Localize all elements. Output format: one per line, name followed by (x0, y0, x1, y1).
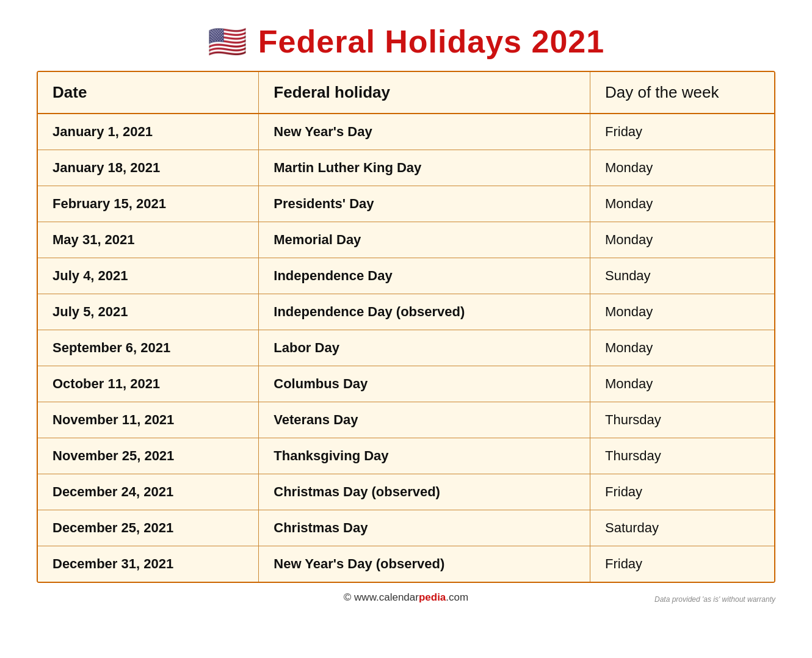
col-header-day: Day of the week (590, 72, 774, 114)
table-row: November 25, 2021Thanksgiving DayThursda… (38, 438, 774, 474)
cell-holiday: Christmas Day (259, 510, 590, 546)
page-title: Federal Holidays 2021 (258, 23, 604, 60)
cell-holiday: Independence Day (259, 258, 590, 294)
cell-holiday: Presidents' Day (259, 186, 590, 222)
table-row: January 18, 2021Martin Luther King DayMo… (38, 150, 774, 186)
cell-date: November 25, 2021 (38, 438, 259, 474)
cell-day: Monday (590, 150, 774, 186)
footer-site-end: .com (446, 591, 468, 603)
cell-holiday: Thanksgiving Day (259, 438, 590, 474)
holidays-table-wrapper: Date Federal holiday Day of the week Jan… (37, 71, 775, 583)
cell-day: Monday (590, 366, 774, 402)
table-row: December 24, 2021Christmas Day (observed… (38, 474, 774, 510)
flag-icon: 🇺🇸 (208, 26, 247, 57)
table-row: July 4, 2021Independence DaySunday (38, 258, 774, 294)
footer-site-bold: pedia (419, 591, 446, 603)
cell-date: September 6, 2021 (38, 330, 259, 366)
cell-holiday: Christmas Day (observed) (259, 474, 590, 510)
table-row: December 31, 2021New Year's Day (observe… (38, 546, 774, 582)
col-header-date: Date (38, 72, 259, 114)
table-row: January 1, 2021New Year's DayFriday (38, 114, 774, 150)
cell-holiday: Memorial Day (259, 222, 590, 258)
cell-holiday: New Year's Day (259, 114, 590, 150)
table-row: July 5, 2021Independence Day (observed)M… (38, 294, 774, 330)
cell-day: Saturday (590, 510, 774, 546)
cell-holiday: Veterans Day (259, 402, 590, 438)
table-row: November 11, 2021Veterans DayThursday (38, 402, 774, 438)
cell-date: July 4, 2021 (38, 258, 259, 294)
cell-date: May 31, 2021 (38, 222, 259, 258)
cell-date: December 25, 2021 (38, 510, 259, 546)
table-row: December 25, 2021Christmas DaySaturday (38, 510, 774, 546)
cell-day: Monday (590, 222, 774, 258)
cell-date: July 5, 2021 (38, 294, 259, 330)
cell-holiday: Martin Luther King Day (259, 150, 590, 186)
cell-date: December 24, 2021 (38, 474, 259, 510)
table-body: January 1, 2021New Year's DayFridayJanua… (38, 114, 774, 582)
cell-day: Monday (590, 330, 774, 366)
cell-date: November 11, 2021 (38, 402, 259, 438)
table-row: May 31, 2021Memorial DayMonday (38, 222, 774, 258)
cell-holiday: Labor Day (259, 330, 590, 366)
page-footer: © www.calendarpedia.com Data provided 'a… (31, 583, 781, 607)
footer-copyright: © www.calendarpedia.com (344, 591, 468, 604)
page-header: 🇺🇸 Federal Holidays 2021 (31, 12, 781, 71)
cell-day: Thursday (590, 438, 774, 474)
table-header-row: Date Federal holiday Day of the week (38, 72, 774, 114)
footer-disclaimer: Data provided 'as is' without warranty (654, 595, 775, 604)
cell-date: December 31, 2021 (38, 546, 259, 582)
cell-holiday: New Year's Day (observed) (259, 546, 590, 582)
cell-day: Friday (590, 546, 774, 582)
cell-day: Friday (590, 114, 774, 150)
cell-date: January 18, 2021 (38, 150, 259, 186)
table-row: September 6, 2021Labor DayMonday (38, 330, 774, 366)
cell-day: Monday (590, 186, 774, 222)
cell-day: Monday (590, 294, 774, 330)
footer-copyright-text: © www.calendar (344, 591, 419, 603)
cell-day: Thursday (590, 402, 774, 438)
cell-date: October 11, 2021 (38, 366, 259, 402)
cell-date: February 15, 2021 (38, 186, 259, 222)
cell-holiday: Independence Day (observed) (259, 294, 590, 330)
cell-day: Friday (590, 474, 774, 510)
page-wrapper: 🇺🇸 Federal Holidays 2021 Date Federal ho… (31, 12, 781, 607)
cell-date: January 1, 2021 (38, 114, 259, 150)
cell-day: Sunday (590, 258, 774, 294)
table-row: February 15, 2021Presidents' DayMonday (38, 186, 774, 222)
table-row: October 11, 2021Columbus DayMonday (38, 366, 774, 402)
holidays-table: Date Federal holiday Day of the week Jan… (38, 72, 774, 582)
cell-holiday: Columbus Day (259, 366, 590, 402)
col-header-holiday: Federal holiday (259, 72, 590, 114)
